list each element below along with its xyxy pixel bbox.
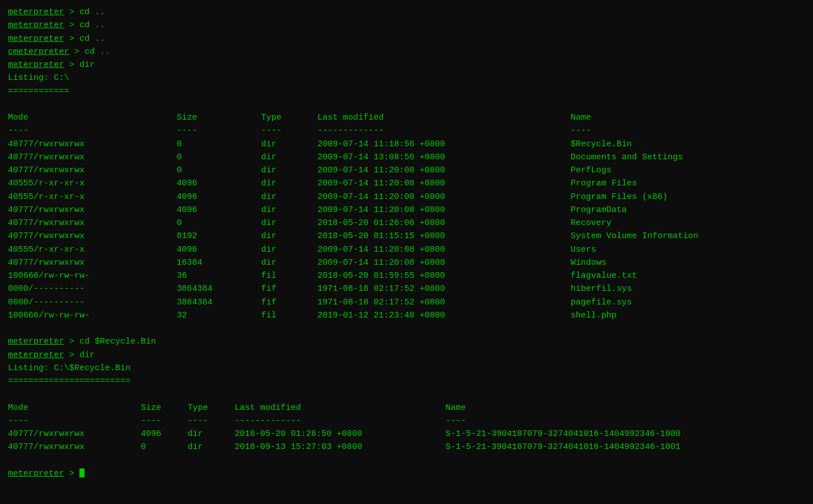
listing1-row-13: 100666/rw-rw-rw-32fil2019-01-12 21:23:48…: [8, 309, 805, 322]
listing1-row-0: 40777/rwxrwxrwx0dir2009-07-14 11:18:56 +…: [8, 138, 805, 151]
listing1-cell-12-3: 1971-08-18 02:17:52 +0800: [317, 296, 570, 309]
listing1-cell-9-2: dir: [261, 256, 317, 269]
listing2-cell-1-3: 2018-09-13 15:27:03 +0800: [234, 441, 445, 454]
listing1-cell-12-2: fif: [261, 296, 317, 309]
listing1-row-10: 100666/rw-rw-rw-36fil2018-05-20 01:59:55…: [8, 269, 805, 282]
listing1-cell-1-0: 40777/rwxrwxrwx: [8, 151, 177, 164]
terminal: meterpreter > cd .. meterpreter > cd .. …: [8, 6, 805, 480]
final-prompt: meterpreter: [8, 469, 64, 478]
prompt-5: meterpreter: [8, 60, 64, 70]
listing2-col-headers: Mode Size Type Last modified Name: [8, 401, 805, 414]
col-name-sep: ----: [571, 124, 805, 137]
listing2-col-seps: ---- ---- ---- ------------- ----: [8, 414, 805, 427]
listing1-cell-8-1: 4096: [177, 243, 262, 256]
listing1-cell-9-1: 16384: [177, 256, 262, 269]
listing1-cell-9-4: Windows: [571, 256, 805, 269]
listing1-cell-10-3: 2018-05-20 01:59:55 +0800: [317, 269, 570, 282]
listing1-cell-11-2: fif: [261, 282, 317, 295]
col-name-header: Name: [571, 111, 805, 124]
listing1-cell-1-2: dir: [261, 151, 317, 164]
listing1-table: Mode Size Type Last modified Name ---- -…: [8, 111, 805, 322]
listing1-cell-0-4: $Recycle.Bin: [571, 138, 805, 151]
listing1-row-5: 40777/rwxrwxrwx4096dir2009-07-14 11:20:0…: [8, 204, 805, 217]
listing1-cell-6-4: Recovery: [571, 217, 805, 230]
listing1-cell-4-4: Program Files (x86): [571, 190, 805, 204]
listing1-cell-1-3: 2009-07-14 13:08:56 +0800: [317, 151, 570, 164]
listing1-cell-7-4: System Volume Information: [571, 230, 805, 243]
listing1-cell-6-2: dir: [261, 217, 317, 230]
prompt-4: cmeterpreter: [8, 47, 69, 57]
final-prompt-line: meterpreter > █: [8, 467, 805, 480]
listing1-cell-8-2: dir: [261, 243, 317, 256]
listing1-header: Listing: C:\: [8, 71, 805, 84]
col-size-header: Size: [177, 111, 262, 124]
listing1-cell-7-0: 40777/rwxrwxrwx: [8, 230, 177, 243]
listing1-cell-6-1: 0: [177, 217, 262, 230]
listing1-cell-11-3: 1971-08-18 02:17:52 +0800: [317, 282, 570, 295]
history-line-1: meterpreter > cd ..: [8, 6, 805, 19]
listing1-cell-12-1: 3864384: [177, 296, 262, 309]
listing1-cell-5-2: dir: [261, 204, 317, 217]
listing2-row-1: 40777/rwxrwxrwx0dir2018-09-13 15:27:03 +…: [8, 441, 805, 454]
listing1-col-headers: Mode Size Type Last modified Name: [8, 111, 805, 124]
nav1-prompt-1: meterpreter: [8, 337, 64, 346]
listing1-row-12: 0000/----------3864384fif1971-08-18 02:1…: [8, 296, 805, 309]
history-line-3: meterpreter > cd ..: [8, 32, 805, 45]
listing1-row-2: 40777/rwxrwxrwx0dir2009-07-14 11:20:08 +…: [8, 164, 805, 177]
listing1-cell-10-2: fil: [261, 269, 317, 282]
listing1-cell-8-0: 40555/r-xr-xr-x: [8, 243, 177, 256]
listing1-cell-3-2: dir: [261, 177, 317, 190]
nav1-line-2: meterpreter > dir: [8, 349, 805, 362]
listing1-cell-0-0: 40777/rwxrwxrwx: [8, 138, 177, 151]
prompt-3: meterpreter: [8, 34, 64, 44]
cmd-1: > cd ..: [64, 7, 105, 17]
listing1-cell-10-4: flagvalue.txt: [571, 269, 805, 282]
listing2-cell-1-1: 0: [141, 441, 188, 454]
listing1-cell-2-2: dir: [261, 164, 317, 177]
col2-modified-header: Last modified: [234, 401, 445, 414]
listing1-row-8: 40555/r-xr-xr-x4096dir2009-07-14 11:20:0…: [8, 243, 805, 256]
listing1-cell-1-1: 0: [177, 151, 262, 164]
listing1-cell-3-0: 40555/r-xr-xr-x: [8, 177, 177, 190]
listing1-cell-5-3: 2009-07-14 11:20:08 +0800: [317, 204, 570, 217]
col2-size-header: Size: [141, 401, 188, 414]
col-type-sep: ----: [261, 124, 317, 137]
listing1-cell-5-1: 4096: [177, 204, 262, 217]
listing1-cell-0-2: dir: [261, 138, 317, 151]
listing1-row-6: 40777/rwxrwxrwx0dir2018-05-20 01:26:06 +…: [8, 217, 805, 230]
listing1-row-3: 40555/r-xr-xr-x4096dir2009-07-14 11:20:0…: [8, 177, 805, 190]
listing1-row-9: 40777/rwxrwxrwx16384dir2009-07-14 11:20:…: [8, 256, 805, 269]
col2-modified-sep: -------------: [234, 414, 445, 427]
nav1-cmd-1: > cd $Recycle.Bin: [64, 337, 156, 346]
col2-size-sep: ----: [141, 414, 188, 427]
listing1-cell-6-3: 2018-05-20 01:26:06 +0800: [317, 217, 570, 230]
listing1-cell-0-1: 0: [177, 138, 262, 151]
listing2-cell-0-3: 2018-05-20 01:26:50 +0800: [234, 427, 445, 441]
listing1-cell-2-4: PerfLogs: [571, 164, 805, 177]
col-mode-sep: ----: [8, 124, 177, 137]
listing2-row-0: 40777/rwxrwxrwx4096dir2018-05-20 01:26:5…: [8, 427, 805, 441]
listing2-header: Listing: C:\$Recycle.Bin: [8, 362, 805, 375]
listing1-cell-10-1: 36: [177, 269, 262, 282]
listing1-col-seps: ---- ---- ---- ------------- ----: [8, 124, 805, 137]
listing1-separator: ============: [8, 85, 805, 98]
listing1-cell-4-1: 4096: [177, 190, 262, 204]
listing1-cell-3-4: Program Files: [571, 177, 805, 190]
nav1-prompt-2: meterpreter: [8, 350, 64, 360]
history-line-4: cmeterpreter > cd ..: [8, 45, 805, 58]
listing1-cell-2-1: 0: [177, 164, 262, 177]
listing1-cell-4-3: 2009-07-14 11:20:08 +0800: [317, 190, 570, 204]
listing1-cell-12-0: 0000/----------: [8, 296, 177, 309]
col-size-sep: ----: [177, 124, 262, 137]
cursor: █: [79, 469, 85, 478]
col-modified-sep: -------------: [317, 124, 570, 137]
listing1-cell-3-1: 4096: [177, 177, 262, 190]
listing1-cell-13-3: 2019-01-12 21:23:48 +0800: [317, 309, 570, 322]
listing1-cell-5-4: ProgramData: [571, 204, 805, 217]
listing1-cell-9-0: 40777/rwxrwxrwx: [8, 256, 177, 269]
col2-mode-sep: ----: [8, 414, 141, 427]
listing1-row-1: 40777/rwxrwxrwx0dir2009-07-14 13:08:56 +…: [8, 151, 805, 164]
nav1-line-1: meterpreter > cd $Recycle.Bin: [8, 335, 805, 348]
listing1-cell-1-4: Documents and Settings: [571, 151, 805, 164]
col2-name-header: Name: [445, 401, 805, 414]
